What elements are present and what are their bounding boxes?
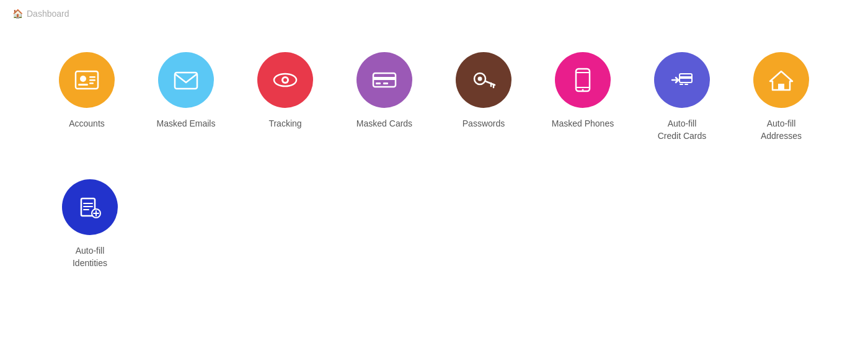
home-fill-icon <box>766 65 796 95</box>
card-icon <box>370 65 399 95</box>
autofill-cards-label: Auto-fill Credit Cards <box>658 118 707 142</box>
dashboard-label: Dashboard <box>27 9 69 19</box>
svg-rect-6 <box>175 73 197 89</box>
svg-point-1 <box>80 76 86 82</box>
svg-rect-5 <box>89 82 94 84</box>
masked-cards-label: Masked Cards <box>356 118 412 130</box>
svg-rect-4 <box>89 79 95 81</box>
tiles-row-2: Auto-fill Identities <box>37 179 831 269</box>
tile-masked-emails[interactable]: Masked Emails <box>136 52 236 142</box>
svg-rect-26 <box>680 84 683 85</box>
autofill-addresses-circle <box>753 52 809 108</box>
svg-rect-12 <box>376 82 381 84</box>
tile-accounts[interactable]: Accounts <box>37 52 136 142</box>
tile-autofill-identities[interactable]: Auto-fill Identities <box>37 179 143 269</box>
tile-autofill-addresses[interactable]: Auto-fill Addresses <box>732 52 831 142</box>
passwords-label: Passwords <box>463 118 505 130</box>
phone-icon <box>568 65 598 95</box>
svg-rect-13 <box>383 82 388 84</box>
autofill-addresses-label: Auto-fill Addresses <box>761 118 802 142</box>
tile-masked-cards[interactable]: Masked Cards <box>335 52 434 142</box>
svg-rect-29 <box>778 84 784 90</box>
home-icon: 🏠 <box>12 9 23 19</box>
autofill-cards-circle <box>654 52 710 108</box>
accounts-label: Accounts <box>69 118 105 130</box>
key-icon <box>469 65 498 95</box>
accounts-icon <box>72 65 102 95</box>
svg-rect-24 <box>680 76 692 79</box>
tile-masked-phones[interactable]: Masked Phones <box>533 52 632 142</box>
svg-point-18 <box>478 77 482 81</box>
svg-rect-27 <box>684 84 688 85</box>
masked-phones-label: Masked Phones <box>552 118 614 130</box>
identity-icon <box>75 192 105 222</box>
masked-emails-label: Masked Emails <box>157 118 216 130</box>
breadcrumb: 🏠 Dashboard <box>0 0 868 27</box>
tracking-circle <box>257 52 313 108</box>
passwords-circle <box>456 52 512 108</box>
svg-point-9 <box>283 78 287 82</box>
autofill-card-icon <box>667 65 697 95</box>
autofill-identities-circle <box>62 179 118 235</box>
main-content: Accounts Masked Emails Tracking <box>0 27 868 331</box>
masked-emails-circle <box>158 52 214 108</box>
svg-rect-2 <box>78 84 88 86</box>
svg-rect-3 <box>89 76 95 78</box>
masked-phones-circle <box>555 52 611 108</box>
svg-rect-11 <box>373 77 396 80</box>
svg-point-22 <box>582 89 584 91</box>
tile-autofill-cards[interactable]: Auto-fill Credit Cards <box>632 52 732 142</box>
autofill-identities-label: Auto-fill Identities <box>73 245 107 269</box>
eye-icon <box>270 65 300 95</box>
tiles-row-1: Accounts Masked Emails Tracking <box>37 52 831 142</box>
tile-tracking[interactable]: Tracking <box>236 52 335 142</box>
tracking-label: Tracking <box>268 118 301 130</box>
accounts-circle <box>59 52 115 108</box>
tile-passwords[interactable]: Passwords <box>434 52 533 142</box>
masked-cards-circle <box>356 52 412 108</box>
email-icon <box>171 65 201 95</box>
